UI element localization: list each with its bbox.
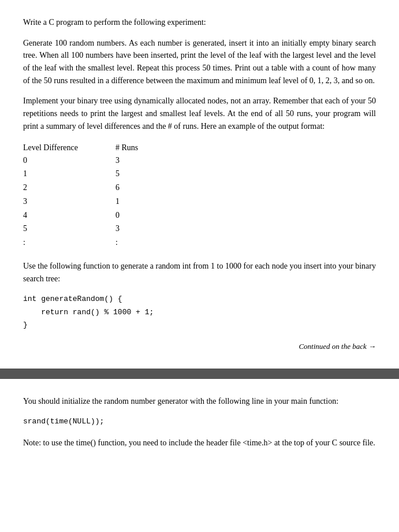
runs-val-dots: : — [115, 236, 162, 250]
table-row: 0 3 — [23, 154, 376, 168]
continued-label: Continued on the back → — [23, 342, 376, 351]
runs-val-1: 5 — [115, 167, 162, 181]
runs-val-3: 1 — [115, 195, 162, 209]
table-row: 2 6 — [23, 181, 376, 195]
experiment-paragraph: Generate 100 random numbers. As each num… — [23, 37, 376, 87]
time-note-paragraph: Note: to use the time() function, you ne… — [23, 437, 376, 449]
col1-header: Level Difference — [23, 143, 115, 152]
generate-random-code: int generateRandom() { return rand() % 1… — [23, 293, 376, 331]
col2-header: # Runs — [115, 143, 162, 152]
table-row: : : — [23, 236, 376, 250]
random-function-intro: Use the following function to generate a… — [23, 260, 376, 285]
level-val-3: 3 — [23, 195, 115, 209]
implement-paragraph: Implement your binary tree using dynamic… — [23, 95, 376, 132]
srand-intro-paragraph: You should initialize the random number … — [23, 395, 376, 408]
table-row: 3 1 — [23, 195, 376, 209]
runs-val-2: 6 — [115, 181, 162, 195]
table-header-row: Level Difference # Runs — [23, 143, 376, 152]
srand-code: srand(time(NULL)); — [23, 415, 376, 428]
page-container: Write a C program to perform the followi… — [0, 0, 399, 532]
page-bottom: You should initialize the random number … — [0, 379, 399, 532]
table-row: 5 3 — [23, 222, 376, 236]
page-divider — [0, 369, 399, 379]
level-val-5: 5 — [23, 222, 115, 236]
table-row: 1 5 — [23, 167, 376, 181]
runs-val-4: 0 — [115, 209, 162, 222]
table-row: 4 0 — [23, 209, 376, 222]
level-val-2: 2 — [23, 181, 115, 195]
runs-val-0: 3 — [115, 154, 162, 168]
page-top: Write a C program to perform the followi… — [0, 0, 399, 369]
runs-val-5: 3 — [115, 222, 162, 236]
intro-paragraph: Write a C program to perform the followi… — [23, 16, 376, 29]
level-val-4: 4 — [23, 209, 115, 222]
level-val-dots: : — [23, 236, 115, 250]
level-val-0: 0 — [23, 154, 115, 168]
level-val-1: 1 — [23, 167, 115, 181]
level-difference-table: Level Difference # Runs 0 3 1 5 2 6 3 1 … — [23, 143, 376, 250]
